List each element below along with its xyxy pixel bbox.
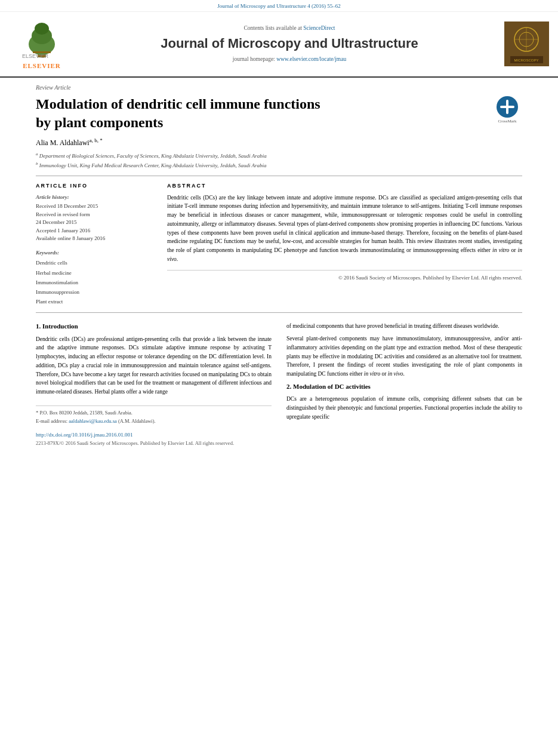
affiliations: a Department of Biological Sciences, Fac… bbox=[36, 151, 522, 170]
intro-paragraph-1: Dendritic cells (DCs) are professional a… bbox=[36, 335, 272, 397]
author-superscript: a, b, * bbox=[90, 137, 103, 143]
footnote-address: * P.O. Box 80200 Jeddah, 21589, Saudi Ar… bbox=[36, 410, 272, 417]
article-info-col: ARTICLE INFO Article history: Received 1… bbox=[36, 182, 155, 306]
review-label: Review Article bbox=[36, 84, 522, 92]
svg-text:MICROSCOPY: MICROSCOPY bbox=[514, 59, 538, 62]
abstract-col: ABSTRACT Dendritic cells (DCs) are the k… bbox=[167, 182, 522, 306]
article-title: Modulation of dendritic cell immune func… bbox=[36, 95, 483, 132]
top-doi-line: Journal of Microscopy and Ultrastructure… bbox=[0, 0, 558, 12]
svg-point-3 bbox=[35, 23, 49, 35]
crossmark-text: CrossMark bbox=[498, 119, 516, 125]
journal-header: ELSEVIER ELSEVIER Contents lists availab… bbox=[0, 12, 558, 78]
author-name: Alia M. Aldahlawi bbox=[36, 139, 90, 147]
authors-line: Alia M. Aldahlawia, b, * bbox=[36, 137, 522, 148]
journal-cover-image: MICROSCOPY bbox=[504, 21, 549, 66]
body-section: 1. Introduction Dendritic cells (DCs) ar… bbox=[36, 322, 522, 447]
doi-line: http://dx.doi.org/10.1016/j.jmau.2016.01… bbox=[36, 431, 272, 439]
svg-text:ELSEVIER: ELSEVIER bbox=[22, 53, 49, 59]
body-right-col: of medicinal components that have proved… bbox=[286, 322, 522, 447]
article-title-line2: by plant components bbox=[36, 115, 163, 130]
received-revised-date: 24 December 2015 bbox=[36, 219, 155, 227]
keyword-5: Plant extract bbox=[36, 297, 155, 306]
abstract-heading: ABSTRACT bbox=[167, 182, 522, 190]
accepted-date: Accepted 1 January 2016 bbox=[36, 227, 155, 235]
cover-image-svg: MICROSCOPY bbox=[504, 21, 549, 66]
article-container: Review Article Modulation of dendritic c… bbox=[0, 78, 558, 459]
abstract-text: Dendritic cells (DCs) are the key linkag… bbox=[167, 193, 522, 264]
article-info-abstract-section: ARTICLE INFO Article history: Received 1… bbox=[36, 182, 522, 306]
divider-2 bbox=[36, 312, 522, 313]
section2-heading: 2. Modulation of DC activities bbox=[286, 382, 522, 391]
journal-center: Contents lists available at ScienceDirec… bbox=[81, 24, 498, 63]
journal-title: Journal of Microscopy and Ultrastructure bbox=[81, 35, 498, 53]
issn-line: 2213-879X/© 2016 Saudi Society of Micros… bbox=[36, 440, 272, 447]
article-title-section: Modulation of dendritic cell immune func… bbox=[36, 95, 522, 132]
journal-homepage: journal homepage: www.elsevier.com/locat… bbox=[81, 56, 498, 63]
received-date: Received 18 December 2015 bbox=[36, 202, 155, 211]
crossmark-icon bbox=[495, 95, 519, 119]
received-revised-label: Received in revised form bbox=[36, 211, 155, 219]
article-info-heading: ARTICLE INFO bbox=[36, 182, 155, 190]
keyword-2: Herbal medicine bbox=[36, 268, 155, 278]
journal-citation: Journal of Microscopy and Ultrastructure… bbox=[217, 3, 341, 9]
article-history: Article history: Received 18 December 20… bbox=[36, 193, 155, 243]
intro-heading: 1. Introduction bbox=[36, 322, 272, 331]
email-link[interactable]: aaldahlawi@kau.edu.sa bbox=[69, 418, 117, 424]
article-title-line1: Modulation of dendritic cell immune func… bbox=[36, 96, 320, 112]
affiliation-a: a Department of Biological Sciences, Fac… bbox=[36, 151, 522, 161]
crossmark-logo: CrossMark bbox=[492, 95, 522, 125]
keyword-3: Immunostimulation bbox=[36, 278, 155, 287]
elsevier-logo: ELSEVIER ELSEVIER bbox=[9, 18, 75, 70]
section2-paragraph-1: DCs are a heterogeneous population of im… bbox=[286, 395, 522, 421]
contents-line: Contents lists available at ScienceDirec… bbox=[81, 24, 498, 32]
copyright-line: © 2016 Saudi Society of Microscopes. Pub… bbox=[167, 270, 522, 282]
sciencedirect-link[interactable]: ScienceDirect bbox=[303, 25, 335, 31]
intro-paragraph-2: of medicinal components that have proved… bbox=[286, 322, 522, 331]
divider-1 bbox=[36, 176, 522, 176]
keywords-section: Keywords: Dendritic cells Herbal medicin… bbox=[36, 249, 155, 307]
email-suffix: (A.M. Aldahlawi). bbox=[118, 418, 156, 424]
footnote-section: * P.O. Box 80200 Jeddah, 21589, Saudi Ar… bbox=[36, 405, 272, 425]
journal-thumbnail: MICROSCOPY bbox=[504, 21, 549, 66]
keywords-list: Dendritic cells Herbal medicine Immunost… bbox=[36, 258, 155, 306]
intro-paragraph-3: Several plant-derived components may hav… bbox=[286, 334, 522, 379]
keywords-label: Keywords: bbox=[36, 249, 155, 257]
footnote-email-line: E-mail address: aaldahlawi@kau.edu.sa (A… bbox=[36, 418, 272, 425]
keyword-4: Immunosuppression bbox=[36, 287, 155, 297]
journal-homepage-link[interactable]: www.elsevier.com/locate/jmau bbox=[276, 56, 346, 62]
available-online-date: Available online 8 January 2016 bbox=[36, 235, 155, 243]
affiliation-b: b Immunology Unit, King Fahd Medical Res… bbox=[36, 161, 522, 170]
keyword-1: Dendritic cells bbox=[36, 258, 155, 268]
elsevier-tree-icon: ELSEVIER bbox=[15, 18, 69, 60]
elsevier-brand-text: ELSEVIER bbox=[23, 62, 61, 70]
body-left-col: 1. Introduction Dendritic cells (DCs) ar… bbox=[36, 322, 272, 447]
email-label: E-mail address: bbox=[36, 418, 67, 424]
article-history-label: Article history: bbox=[36, 193, 155, 201]
doi-link[interactable]: http://dx.doi.org/10.1016/j.jmau.2016.01… bbox=[36, 432, 133, 438]
